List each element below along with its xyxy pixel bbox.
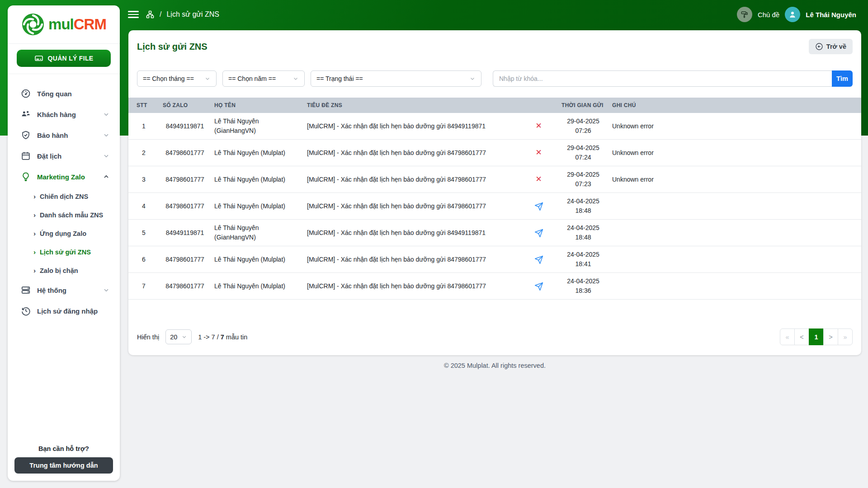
year-filter-select[interactable]: == Chọn năm == <box>222 70 305 87</box>
logo-text: mulCRM <box>48 16 106 33</box>
cell-title: [MulCRM] - Xác nhận đặt lịch hẹn bảo dưỡ… <box>303 140 519 166</box>
sidebar-item-login-history[interactable]: Lịch sử đăng nhập <box>8 300 120 321</box>
paint-roller-icon <box>741 10 749 19</box>
user-name[interactable]: Lê Thái Nguyên <box>806 11 856 19</box>
chevron-down-icon <box>103 131 110 139</box>
cell-sent-time: 24-04-202518:36 <box>558 273 609 300</box>
support-text: Bạn cần hỗ trợ? <box>8 445 120 452</box>
cell-zalo-number: 84798601777 <box>159 193 211 220</box>
month-filter-select[interactable]: == Chọn tháng == <box>137 70 217 87</box>
sent-icon <box>534 229 543 236</box>
sidebar-menu: Tổng quan Khách hàng Bảo hành <box>8 83 120 321</box>
table-row: 584949119871Lê Thái Nguyên (GianHangVN)[… <box>128 220 861 246</box>
topbar: / Lịch sử gửi ZNS Chủ đề Lê Thái Nguyên <box>0 0 868 29</box>
sidebar-subitem-zns-history[interactable]: › Lịch sử gửi ZNS <box>8 243 120 261</box>
cell-name: Lê Thái Nguyên (Mulplat) <box>211 166 303 193</box>
calendar-icon <box>21 151 31 161</box>
cell-status <box>519 220 558 246</box>
table-row: 284798601777Lê Thái Nguyên (Mulplat)[Mul… <box>128 140 861 166</box>
sidebar-item-warranty[interactable]: Bảo hành <box>8 125 120 145</box>
sidebar: mulCRM QUẢN LÝ FILE Tổng quan K <box>8 5 120 481</box>
avatar[interactable] <box>785 7 800 22</box>
sidebar-subitem-zalo-app[interactable]: › Ứng dụng Zalo <box>8 224 120 243</box>
cell-name: Lê Thái Nguyên (Mulplat) <box>211 273 303 300</box>
chevron-down-icon <box>181 334 187 340</box>
theme-label[interactable]: Chủ đề <box>758 11 779 19</box>
sent-icon <box>534 202 543 209</box>
back-button[interactable]: Trở về <box>809 39 853 54</box>
last-page-button[interactable]: » <box>838 328 853 345</box>
table-row: 184949119871Lê Thái Nguyên (GianHangVN)[… <box>128 113 861 140</box>
sidebar-subitem-zns-campaign[interactable]: › Chiến dịch ZNS <box>8 187 120 206</box>
cell-stt: 5 <box>128 220 159 246</box>
chevron-right-icon: › <box>33 193 36 200</box>
cell-stt: 2 <box>128 140 159 166</box>
cell-zalo-number: 84798601777 <box>159 246 211 273</box>
sidebar-item-customers[interactable]: Khách hàng <box>8 104 120 125</box>
chevron-down-icon <box>469 75 476 82</box>
cell-note <box>609 246 861 273</box>
sidebar-item-booking[interactable]: Đặt lịch <box>8 145 120 166</box>
breadcrumb: / Lịch sử gửi ZNS <box>146 10 219 19</box>
cell-status: ✕ <box>519 113 558 140</box>
divider <box>8 74 120 74</box>
cell-title: [MulCRM] - Xác nhận đặt lịch hẹn bảo dưỡ… <box>303 193 519 220</box>
logo[interactable]: mulCRM <box>8 5 120 44</box>
table-row: 484798601777Lê Thái Nguyên (Mulplat)[Mul… <box>128 193 861 220</box>
previous-page-button[interactable]: < <box>794 328 809 345</box>
cell-sent-time: 24-04-202518:48 <box>558 193 609 220</box>
header-stt: STT <box>128 98 159 113</box>
header-so-zalo: SỐ ZALO <box>159 98 211 113</box>
cell-stt: 6 <box>128 246 159 273</box>
sidebar-subitem-zns-templates[interactable]: › Danh sách mẫu ZNS <box>8 206 120 224</box>
failed-icon: ✕ <box>535 122 542 130</box>
cell-title: [MulCRM] - Xác nhận đặt lịch hẹn bảo dưỡ… <box>303 220 519 246</box>
file-manager-icon <box>34 54 43 63</box>
next-page-button[interactable]: > <box>823 328 838 345</box>
zns-history-table: STT SỐ ZALO HỌ TÊN TIÊU ĐỀ ZNS THỜI GIAN… <box>128 98 861 300</box>
header-status <box>519 98 558 113</box>
mulcrm-logo-icon <box>21 13 45 36</box>
header-ghi-chu: GHI CHÚ <box>609 98 861 113</box>
chevron-down-icon <box>204 75 211 82</box>
cell-sent-time: 24-04-202518:48 <box>558 220 609 246</box>
server-icon <box>21 285 31 295</box>
header-ho-ten: HỌ TÊN <box>211 98 303 113</box>
cell-sent-time: 29-04-202507:23 <box>558 166 609 193</box>
cell-zalo-number: 84949119871 <box>159 113 211 140</box>
cell-note <box>609 273 861 300</box>
records-range: 1 -> 7 / 7 mẫu tin <box>198 333 247 341</box>
cell-stt: 1 <box>128 113 159 140</box>
help-center-button[interactable]: Trung tâm hướng dẫn <box>14 457 113 474</box>
cell-note: Unknown error <box>609 113 861 140</box>
sidebar-item-overview[interactable]: Tổng quan <box>8 83 120 104</box>
sidebar-subitem-zalo-blocked[interactable]: › Zalo bị chặn <box>8 261 120 280</box>
cell-stt: 4 <box>128 193 159 220</box>
search-button[interactable]: Tìm <box>832 70 853 87</box>
pagination: « < 1 > » <box>780 328 853 345</box>
cell-title: [MulCRM] - Xác nhận đặt lịch hẹn bảo dưỡ… <box>303 246 519 273</box>
failed-icon: ✕ <box>535 175 542 183</box>
cell-name: Lê Thái Nguyên (Mulplat) <box>211 140 303 166</box>
theme-button[interactable] <box>737 7 752 22</box>
cell-status: ✕ <box>519 140 558 166</box>
page-size-select[interactable]: 20 <box>165 329 192 344</box>
breadcrumb-current: Lịch sử gửi ZNS <box>166 10 219 19</box>
table-row: 384798601777Lê Thái Nguyên (Mulplat)[Mul… <box>128 166 861 193</box>
status-filter-select[interactable]: == Trạng thái == <box>311 70 481 87</box>
lightbulb-icon <box>21 172 31 182</box>
copyright: © 2025 Mulplat. All rights reserved. <box>128 362 861 369</box>
sidebar-item-system[interactable]: Hệ thống <box>8 280 120 300</box>
sitemap-icon[interactable] <box>146 10 155 19</box>
sidebar-item-marketing-zalo[interactable]: Marketing Zalo <box>8 166 120 187</box>
chevron-right-icon: › <box>33 249 36 255</box>
hamburger-menu-icon[interactable] <box>128 11 139 18</box>
chevron-right-icon: › <box>33 267 36 274</box>
first-page-button[interactable]: « <box>780 328 795 345</box>
users-icon <box>21 109 31 119</box>
page-1-button[interactable]: 1 <box>809 328 824 345</box>
search-input[interactable] <box>493 70 832 87</box>
file-manager-button[interactable]: QUẢN LÝ FILE <box>17 50 111 67</box>
chevron-down-icon <box>292 75 299 82</box>
history-icon <box>21 306 31 316</box>
